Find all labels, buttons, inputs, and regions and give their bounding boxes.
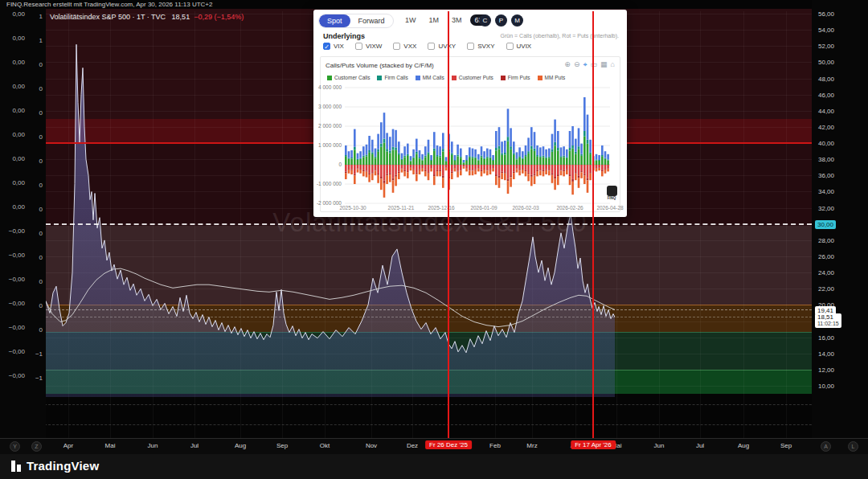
- volume-bar-segment[interactable]: [525, 171, 527, 176]
- volume-bar-segment[interactable]: [359, 159, 362, 165]
- volume-bar-segment[interactable]: [419, 150, 421, 158]
- volume-bar-segment[interactable]: [495, 150, 497, 165]
- volume-bar-segment[interactable]: [380, 144, 383, 147]
- volume-bar-segment[interactable]: [557, 176, 559, 185]
- volume-bar-segment[interactable]: [554, 179, 556, 190]
- volume-bar-segment[interactable]: [477, 165, 480, 168]
- volume-bar-segment[interactable]: [445, 157, 448, 161]
- volume-bar-segment[interactable]: [436, 155, 439, 157]
- volume-bar-segment[interactable]: [604, 159, 607, 165]
- volume-bar-segment[interactable]: [563, 156, 565, 158]
- volume-bar-segment[interactable]: [348, 169, 350, 170]
- volume-bar-segment[interactable]: [566, 149, 568, 158]
- volume-bar-segment[interactable]: [534, 174, 536, 176]
- volume-bar-segment[interactable]: [389, 173, 391, 174]
- volume-bar-segment[interactable]: [451, 172, 453, 173]
- volume-bar-segment[interactable]: [474, 170, 477, 170]
- volume-bar-segment[interactable]: [551, 165, 554, 174]
- pane-separator[interactable]: [0, 424, 868, 425]
- volume-bar-segment[interactable]: [530, 165, 533, 175]
- volume-bar-segment[interactable]: [380, 177, 383, 179]
- volume-bar-segment[interactable]: [598, 155, 600, 160]
- underlyings-checkbox-row[interactable]: ✓VIXVIXWVXXUVXYSVXYUVIX: [323, 43, 531, 50]
- volume-bar-segment[interactable]: [412, 149, 415, 158]
- volume-bar-segment[interactable]: [601, 171, 604, 176]
- symbol-title[interactable]: Volatilitätsindex S&P 500: [50, 13, 130, 21]
- volume-bar-segment[interactable]: [492, 160, 494, 161]
- volume-bar-segment[interactable]: [375, 170, 377, 170]
- volume-bar-segment[interactable]: [389, 153, 391, 165]
- volume-bar-segment[interactable]: [563, 157, 565, 165]
- range-button-1m[interactable]: 1M: [424, 14, 444, 26]
- volume-bar-segment[interactable]: [386, 165, 388, 174]
- volume-bar-segment[interactable]: [501, 141, 503, 153]
- volume-bar-segment[interactable]: [481, 165, 483, 170]
- volume-bar-segment[interactable]: [371, 174, 374, 180]
- volume-bar-segment[interactable]: [507, 108, 510, 137]
- volume-bar-segment[interactable]: [589, 152, 592, 154]
- volume-bar-segment[interactable]: [557, 131, 559, 148]
- volume-bar-segment[interactable]: [403, 156, 406, 158]
- volume-bar-segment[interactable]: [583, 175, 586, 184]
- volume-bar-segment[interactable]: [357, 160, 359, 165]
- volume-bar-segment[interactable]: [501, 165, 503, 172]
- volume-bar-segment[interactable]: [472, 157, 474, 158]
- volume-bar-segment[interactable]: [527, 154, 530, 165]
- volume-bar-segment[interactable]: [395, 175, 397, 177]
- volume-bar-segment[interactable]: [348, 151, 350, 158]
- volume-bar-segment[interactable]: [598, 160, 600, 161]
- symbol-interval[interactable]: 1T: [137, 13, 145, 21]
- volume-bar-segment[interactable]: [486, 170, 489, 170]
- symbol-legend[interactable]: Volatilitätsindex S&P 500 · 1T · TVC 18,…: [50, 13, 244, 21]
- volume-bar-segment[interactable]: [477, 154, 480, 160]
- spot-forward-tabs[interactable]: SpotForward: [318, 14, 394, 28]
- volume-bar-segment[interactable]: [445, 162, 448, 165]
- range-buttons[interactable]: 1W1M3M6M: [400, 14, 489, 26]
- volume-bar-segment[interactable]: [410, 161, 412, 162]
- volume-bar-segment[interactable]: [436, 165, 439, 170]
- volume-bar-segment[interactable]: [424, 146, 427, 155]
- range-button-1w[interactable]: 1W: [400, 14, 421, 26]
- volume-bar-segment[interactable]: [350, 158, 353, 165]
- volume-bar-segment[interactable]: [598, 165, 600, 168]
- volume-bar-segment[interactable]: [569, 165, 571, 174]
- volume-bar-segment[interactable]: [419, 170, 421, 170]
- volume-bar-segment[interactable]: [436, 157, 439, 165]
- volume-bar-segment[interactable]: [587, 178, 589, 181]
- volume-bar-segment[interactable]: [463, 160, 465, 162]
- volume-bar-segment[interactable]: [601, 170, 604, 171]
- volume-bar-segment[interactable]: [359, 165, 362, 169]
- volume-bar-segment[interactable]: [545, 165, 547, 170]
- volume-bar-segment[interactable]: [439, 146, 441, 155]
- volume-bar-segment[interactable]: [596, 154, 598, 160]
- volume-bar-segment[interactable]: [560, 170, 563, 175]
- volume-bar-segment[interactable]: [463, 162, 465, 163]
- volume-bar-segment[interactable]: [392, 129, 395, 147]
- volume-bar-segment[interactable]: [489, 157, 492, 158]
- volume-bar-segment[interactable]: [362, 156, 365, 158]
- left-price-scale[interactable]: 0,000,000,000,000,000,000,000,000,00−0,0…: [0, 0, 46, 438]
- volume-bar-segment[interactable]: [560, 165, 563, 170]
- volume-bar-segment[interactable]: [539, 156, 542, 158]
- volume-bar-segment[interactable]: [545, 149, 547, 158]
- volume-bar-segment[interactable]: [460, 149, 462, 157]
- volume-bar-segment[interactable]: [589, 174, 592, 180]
- volume-bar-segment[interactable]: [368, 174, 371, 182]
- volume-bar-segment[interactable]: [451, 141, 453, 153]
- volume-bar-segment[interactable]: [504, 172, 506, 174]
- volume-bar-segment[interactable]: [386, 174, 388, 176]
- volume-bar-segment[interactable]: [430, 165, 432, 168]
- volume-bar-segment[interactable]: [445, 161, 448, 162]
- volume-bar-segment[interactable]: [357, 154, 359, 159]
- volume-bar-segment[interactable]: [348, 170, 350, 174]
- underlying-vixw[interactable]: VIXW: [355, 43, 382, 50]
- volume-bar-segment[interactable]: [587, 115, 589, 140]
- volume-bar-segment[interactable]: [513, 154, 515, 155]
- volume-bar-segment[interactable]: [350, 150, 353, 158]
- volume-bar-segment[interactable]: [439, 165, 441, 170]
- volume-bar-segment[interactable]: [472, 170, 474, 175]
- volume-bar-segment[interactable]: [575, 165, 577, 172]
- volume-bar-segment[interactable]: [587, 165, 589, 178]
- volume-bar-segment[interactable]: [403, 171, 406, 176]
- volume-bar-segment[interactable]: [486, 158, 489, 165]
